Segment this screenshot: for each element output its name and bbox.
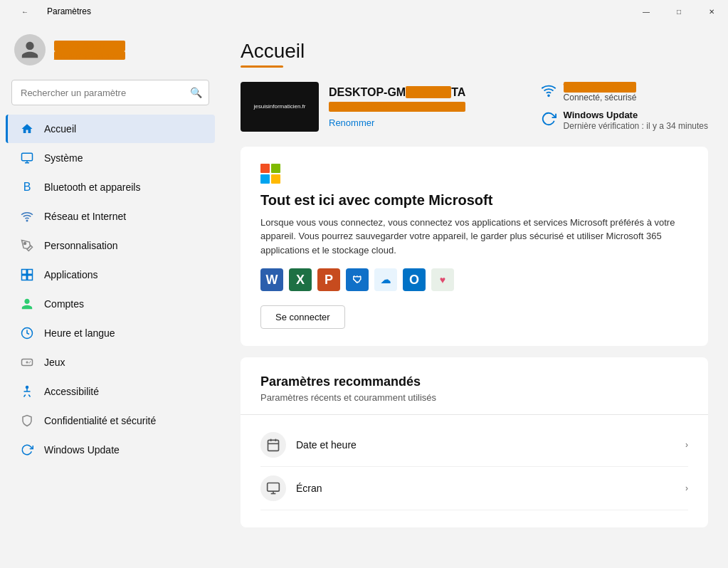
system-icon: [20, 151, 34, 165]
user-email: jesuisinformaticien.fr: [54, 51, 125, 60]
comptes-icon: [20, 297, 34, 311]
heure-icon: [20, 326, 34, 340]
ms-defender-icon: 🛡: [346, 268, 369, 291]
sidebar: Victor Artur jesuisinformaticien.fr 🔍 Ac…: [0, 23, 221, 568]
setting-date-left: Date et heure: [260, 432, 357, 458]
update-subtitle: Dernière vérification : il y a 34 minute…: [564, 120, 708, 132]
wifi-name: WiFi Network: [564, 82, 637, 93]
date-heure-icon: [260, 432, 286, 458]
avatar: [14, 34, 46, 65]
recommended-subtitle: Paramètres récents et couramment utilisé…: [260, 392, 688, 403]
search-icon: 🔍: [190, 87, 202, 98]
wifi-icon: [541, 83, 556, 102]
top-cards: jesuisinformaticien.fr DESKTOP-GMXXXXXXT…: [241, 82, 708, 132]
ms-word-icon: W: [260, 268, 283, 291]
nav-label-confidentialite: Confidentialité et sécurité: [44, 415, 156, 426]
ms-logo-blue: [260, 174, 270, 184]
nav-label-bluetooth: Bluetooth et appareils: [44, 182, 140, 193]
nav-label-reseau: Réseau et Internet: [44, 211, 126, 222]
date-heure-label: Date et heure: [296, 439, 357, 451]
svg-rect-5: [22, 270, 27, 275]
sidebar-item-reseau[interactable]: Réseau et Internet: [6, 202, 215, 231]
nav-label-accessibilite: Accessibilité: [44, 386, 99, 397]
wifi-card: WiFi Network Connecté, sécurisé: [541, 82, 708, 102]
confidentialite-icon: [20, 414, 34, 428]
sidebar-item-confidentialite[interactable]: Confidentialité et sécurité: [6, 406, 215, 435]
titlebar-title: Paramètres: [47, 6, 91, 16]
ecran-chevron: ›: [685, 483, 688, 493]
svg-rect-8: [28, 275, 33, 280]
ms-logo-red: [260, 164, 270, 173]
device-os: Windows 2000+: [329, 102, 465, 112]
nav-label-accueil: Accueil: [44, 123, 76, 135]
titlebar-controls: — □ ✕: [630, 0, 728, 23]
personalisation-icon: [20, 238, 34, 253]
sidebar-item-personnalisation[interactable]: Personnalisation: [6, 231, 215, 260]
page-title-underline: [241, 65, 283, 68]
ms-card-title: Tout est ici avec compte Microsoft: [260, 192, 688, 209]
svg-point-4: [24, 243, 26, 245]
recommended-divider: [241, 414, 708, 415]
svg-point-16: [548, 95, 549, 96]
wifi-status: Connecté, sécurisé: [564, 93, 637, 102]
nav-label-systeme: Système: [44, 152, 83, 164]
windows-update-icon: [20, 443, 34, 457]
device-name: DESKTOP-GMXXXXXXTA: [329, 86, 465, 99]
sidebar-item-accueil[interactable]: Accueil: [6, 115, 215, 143]
svg-rect-0: [22, 153, 33, 161]
update-card: Windows Update Dernière vérification : i…: [541, 110, 708, 132]
svg-rect-6: [28, 270, 33, 275]
setting-row-ecran[interactable]: Écran ›: [260, 467, 688, 510]
recommended-title: Paramètres recommandés: [260, 374, 688, 389]
minimize-button[interactable]: —: [630, 0, 663, 23]
sidebar-item-jeux[interactable]: Jeux: [6, 348, 215, 377]
app-container: Victor Artur jesuisinformaticien.fr 🔍 Ac…: [0, 23, 728, 568]
maximize-button[interactable]: □: [663, 0, 695, 23]
nav-items: Accueil Système B Bluetooth et appareils…: [0, 114, 221, 568]
sidebar-item-systeme[interactable]: Système: [6, 144, 215, 172]
user-name: Victor Artur: [54, 41, 125, 51]
jeux-icon: [20, 355, 34, 369]
nav-label-jeux: Jeux: [44, 357, 65, 368]
recommended-card: Paramètres recommandés Paramètres récent…: [241, 357, 708, 527]
ms-account-card: Tout est ici avec compte Microsoft Lorsq…: [241, 147, 708, 347]
ecran-icon: [260, 475, 286, 501]
sidebar-item-windows-update[interactable]: Windows Update: [6, 436, 215, 464]
ms-powerpoint-icon: P: [317, 268, 340, 291]
close-button[interactable]: ✕: [695, 0, 728, 23]
ms-excel-icon: X: [289, 268, 312, 291]
device-image: jesuisinformaticien.fr: [241, 82, 319, 132]
setting-row-date-heure[interactable]: Date et heure ›: [260, 424, 688, 467]
ecran-label: Écran: [296, 483, 322, 494]
svg-rect-17: [268, 441, 279, 451]
nav-label-comptes: Comptes: [44, 298, 84, 310]
sidebar-item-comptes[interactable]: Comptes: [6, 290, 215, 318]
device-info: DESKTOP-GMXXXXXXTA Windows 2000+ Renomme…: [329, 86, 465, 128]
search-input[interactable]: [11, 80, 209, 105]
sidebar-item-heure[interactable]: Heure et langue: [6, 319, 215, 347]
sidebar-item-accessibilite[interactable]: Accessibilité: [6, 377, 215, 406]
right-cards: WiFi Network Connecté, sécurisé Windows …: [541, 82, 708, 132]
update-icon: [541, 111, 556, 130]
device-image-text: jesuisinformaticien.fr: [254, 102, 306, 110]
sidebar-item-applications[interactable]: Applications: [6, 261, 215, 289]
sidebar-item-bluetooth[interactable]: B Bluetooth et appareils: [6, 173, 215, 201]
device-name-redacted: XXXXXX: [406, 86, 451, 98]
ms-outlook-icon: O: [403, 268, 426, 291]
update-title: Windows Update: [564, 110, 708, 120]
user-info: Victor Artur jesuisinformaticien.fr: [54, 41, 125, 60]
ms-onedrive-icon: ☁: [374, 268, 397, 291]
nav-label-heure: Heure et langue: [44, 327, 115, 339]
wifi-info: WiFi Network Connecté, sécurisé: [564, 82, 637, 102]
accessibilite-icon: [20, 384, 34, 399]
ms-connect-button[interactable]: Se connecter: [260, 305, 345, 329]
update-info: Windows Update Dernière vérification : i…: [564, 110, 708, 132]
nav-label-windows-update: Windows Update: [44, 444, 120, 456]
ms-card-desc: Lorsque vous vous connectez, vous connec…: [260, 216, 687, 258]
ms-logo-green: [271, 164, 280, 173]
back-button[interactable]: ←: [9, 0, 41, 23]
setting-ecran-left: Écran: [260, 475, 322, 501]
device-card: jesuisinformaticien.fr DESKTOP-GMXXXXXXT…: [241, 82, 529, 132]
rename-link[interactable]: Renommer: [329, 117, 465, 128]
svg-point-15: [26, 386, 28, 389]
